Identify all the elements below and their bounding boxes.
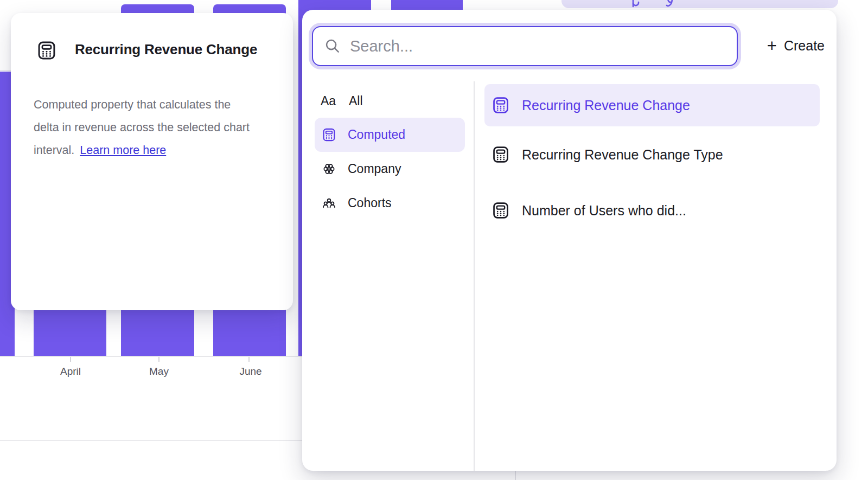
result-label: Recurring Revenue Change — [522, 98, 690, 113]
partial-chip — [561, 0, 838, 8]
result-item-recurring-revenue-change[interactable]: Recurring Revenue Change — [484, 84, 820, 126]
chip-text-fragment — [630, 0, 679, 8]
text-aa-icon: Aa — [321, 94, 337, 108]
x-axis-line — [0, 356, 302, 357]
result-label: Number of Users who did... — [522, 203, 686, 219]
description-line-2: delta in revenue across the selected cha… — [34, 116, 278, 139]
calculator-icon — [492, 145, 510, 164]
result-label: Recurring Revenue Change Type — [522, 147, 723, 163]
tooltip-description: Computed property that calculates the de… — [34, 93, 278, 162]
tooltip-card: Recurring Revenue Change Computed proper… — [11, 13, 293, 310]
property-picker-panel: + Create Aa All Computed Company Cohorts… — [302, 10, 837, 471]
month-label-may: May — [121, 366, 197, 377]
create-button[interactable]: + Create — [763, 34, 829, 57]
create-button-label: Create — [784, 38, 825, 54]
month-label-april: April — [33, 366, 108, 377]
category-label-computed: Computed — [348, 127, 405, 142]
category-label-all: All — [349, 94, 363, 108]
calculator-icon — [322, 127, 336, 142]
category-item-computed[interactable]: Computed — [315, 118, 465, 152]
page: { "colors": { "accent_purple": "#5638E6"… — [0, 0, 868, 480]
result-item-number-of-users[interactable]: Number of Users who did... — [484, 189, 820, 232]
gridline-fragment — [0, 70, 11, 71]
plus-icon: + — [767, 37, 777, 54]
description-line-1: Computed property that calculates the — [34, 93, 278, 116]
calculator-icon — [36, 40, 57, 61]
cluster-icon — [322, 162, 336, 176]
calculator-icon — [492, 201, 510, 220]
month-label-june: June — [213, 366, 289, 377]
category-label-company: Company — [348, 162, 401, 176]
section-divider-line — [0, 440, 302, 441]
background-vertical-line — [515, 470, 516, 480]
learn-more-link[interactable]: Learn more here — [80, 144, 166, 157]
category-item-all[interactable]: Aa All — [315, 84, 465, 118]
search-icon — [324, 37, 341, 55]
calculator-icon — [492, 96, 510, 114]
description-line-3-text: interval. — [34, 144, 74, 157]
axis-tick-april — [70, 357, 71, 362]
category-item-cohorts[interactable]: Cohorts — [315, 186, 465, 220]
tooltip-title: Recurring Revenue Change — [75, 41, 257, 58]
search-input-wrapper[interactable] — [312, 26, 738, 66]
panel-divider — [474, 81, 475, 471]
description-line-3: interval.Learn more here — [34, 139, 278, 162]
search-input[interactable] — [349, 37, 737, 56]
category-label-cohorts: Cohorts — [348, 196, 392, 210]
category-item-company[interactable]: Company — [315, 152, 465, 186]
axis-tick-may — [158, 357, 159, 362]
result-item-recurring-revenue-change-type[interactable]: Recurring Revenue Change Type — [484, 133, 820, 176]
people-icon — [322, 196, 336, 210]
axis-tick-june — [248, 357, 250, 362]
